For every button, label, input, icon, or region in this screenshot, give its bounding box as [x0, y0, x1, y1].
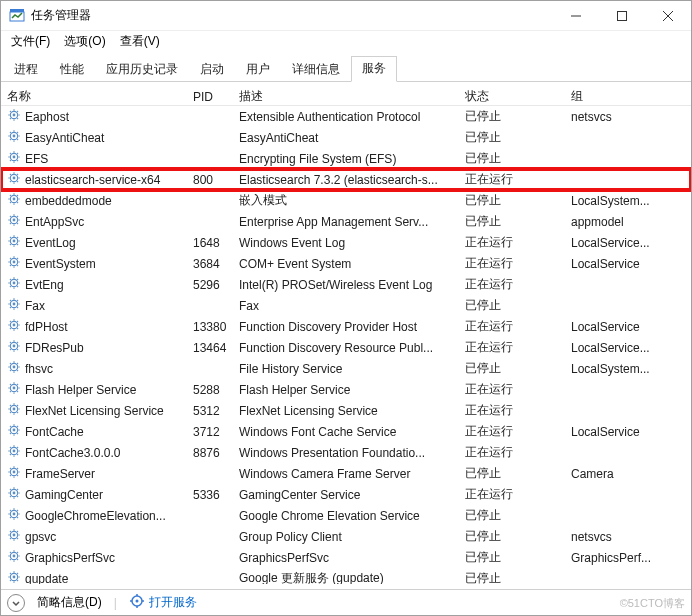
cell-desc: Intel(R) PROSet/Wireless Event Log — [233, 278, 459, 292]
cell-group: netsvcs — [565, 110, 669, 124]
service-row[interactable]: embeddedmode嵌入模式已停止LocalSystem... — [1, 190, 691, 211]
gear-icon — [7, 234, 21, 251]
service-row[interactable]: EventSystem3684COM+ Event System正在运行Loca… — [1, 253, 691, 274]
cell-desc: Elasticsearch 7.3.2 (elasticsearch-s... — [233, 173, 459, 187]
svg-line-134 — [17, 363, 18, 364]
col-header-name[interactable]: 名称 — [1, 88, 187, 105]
svg-line-234 — [17, 573, 18, 574]
service-row[interactable]: EaphostExtensible Authentication Protoco… — [1, 106, 691, 127]
cell-desc: Enterprise App Management Serv... — [233, 215, 459, 229]
service-row[interactable]: fdPHost13380Function Discovery Provider … — [1, 316, 691, 337]
service-row[interactable]: EventLog1648Windows Event Log正在运行LocalSe… — [1, 232, 691, 253]
cell-desc: Fax — [233, 299, 459, 313]
gear-icon — [7, 318, 21, 335]
minimize-button[interactable] — [553, 1, 599, 31]
svg-line-94 — [17, 279, 18, 280]
col-header-group[interactable]: 组 — [565, 88, 669, 105]
open-services-label: 打开服务 — [149, 594, 197, 611]
menu-view[interactable]: 查看(V) — [114, 32, 166, 51]
service-row[interactable]: fhsvcFile History Service已停止LocalSystem.… — [1, 358, 691, 379]
svg-line-63 — [17, 223, 18, 224]
service-row[interactable]: gpsvcGroup Policy Client已停止netsvcs — [1, 526, 691, 547]
svg-line-55 — [10, 202, 11, 203]
cell-status: 已停止 — [459, 150, 565, 167]
service-name: FlexNet Licensing Service — [25, 404, 164, 418]
gear-icon — [7, 423, 21, 440]
service-row[interactable]: FontCache3.0.0.08876Windows Presentation… — [1, 442, 691, 463]
service-name: GraphicsPerfSvc — [25, 551, 115, 565]
cell-group: LocalSystem... — [565, 194, 669, 208]
cell-desc: Windows Event Log — [233, 236, 459, 250]
col-header-pid[interactable]: PID — [187, 90, 233, 104]
gear-icon — [7, 381, 21, 398]
service-name: Fax — [25, 299, 45, 313]
cell-name: fdPHost — [1, 318, 187, 335]
cell-group: netsvcs — [565, 530, 669, 544]
service-row[interactable]: EntAppSvcEnterprise App Management Serv.… — [1, 211, 691, 232]
tab-services[interactable]: 服务 — [351, 56, 397, 82]
cell-status: 已停止 — [459, 213, 565, 230]
fewer-details-toggle[interactable] — [7, 594, 25, 612]
service-row[interactable]: FaxFax已停止 — [1, 295, 691, 316]
tab-startup[interactable]: 启动 — [189, 57, 235, 82]
svg-line-73 — [17, 244, 18, 245]
menu-options[interactable]: 选项(O) — [58, 32, 111, 51]
tab-processes[interactable]: 进程 — [3, 57, 49, 82]
service-row[interactable]: EFSEncrypting File System (EFS)已停止 — [1, 148, 691, 169]
service-name: FrameServer — [25, 467, 95, 481]
cell-pid: 8876 — [187, 446, 233, 460]
maximize-button[interactable] — [599, 1, 645, 31]
svg-line-125 — [10, 349, 11, 350]
svg-point-157 — [13, 429, 16, 432]
gear-icon — [7, 171, 21, 188]
tab-users[interactable]: 用户 — [235, 57, 281, 82]
tab-apphistory[interactable]: 应用历史记录 — [95, 57, 189, 82]
svg-line-195 — [10, 496, 11, 497]
svg-line-25 — [10, 139, 11, 140]
cell-status: 正在运行 — [459, 255, 565, 272]
col-header-desc[interactable]: 描述 — [233, 88, 459, 105]
svg-line-74 — [17, 237, 18, 238]
service-row[interactable]: FontCache3712Windows Font Cache Service正… — [1, 421, 691, 442]
open-services-link[interactable]: 打开服务 — [129, 593, 197, 612]
service-row[interactable]: gupdateGoogle 更新服务 (gupdate)已停止 — [1, 568, 691, 584]
col-header-status[interactable]: 状态 — [459, 88, 565, 105]
service-table[interactable]: EaphostExtensible Authentication Protoco… — [1, 106, 691, 584]
cell-status: 正在运行 — [459, 171, 565, 188]
svg-line-173 — [17, 454, 18, 455]
svg-line-215 — [10, 538, 11, 539]
service-row[interactable]: EvtEng5296Intel(R) PROSet/Wireless Event… — [1, 274, 691, 295]
service-row[interactable]: FlexNet Licensing Service5312FlexNet Lic… — [1, 400, 691, 421]
gear-icon — [7, 339, 21, 356]
gear-icon — [7, 192, 21, 209]
close-button[interactable] — [645, 1, 691, 31]
cell-status: 已停止 — [459, 192, 565, 209]
cell-name: FlexNet Licensing Service — [1, 402, 187, 419]
service-row[interactable]: FDResPub13464Function Discovery Resource… — [1, 337, 691, 358]
tab-details[interactable]: 详细信息 — [281, 57, 351, 82]
svg-point-167 — [13, 450, 16, 453]
svg-line-52 — [10, 195, 11, 196]
service-row[interactable]: GamingCenter5336GamingCenter Service正在运行 — [1, 484, 691, 505]
svg-line-102 — [10, 300, 11, 301]
svg-line-82 — [10, 258, 11, 259]
service-row[interactable]: EasyAntiCheatEasyAntiCheat已停止 — [1, 127, 691, 148]
tab-performance[interactable]: 性能 — [49, 57, 95, 82]
cell-name: EventSystem — [1, 255, 187, 272]
column-headers: 名称 PID 描述 状态 组 — [1, 82, 691, 106]
service-row[interactable]: Flash Helper Service5288Flash Helper Ser… — [1, 379, 691, 400]
svg-line-42 — [10, 174, 11, 175]
menu-file[interactable]: 文件(F) — [5, 32, 56, 51]
service-row[interactable]: GraphicsPerfSvcGraphicsPerfSvc已停止Graphic… — [1, 547, 691, 568]
cell-status: 正在运行 — [459, 444, 565, 461]
service-row[interactable]: GoogleChromeElevation...Google Chrome El… — [1, 505, 691, 526]
svg-point-187 — [13, 492, 16, 495]
cell-name: GamingCenter — [1, 486, 187, 503]
svg-line-64 — [17, 216, 18, 217]
service-row[interactable]: FrameServerWindows Camera Frame Server已停… — [1, 463, 691, 484]
service-row[interactable]: elasticsearch-service-x64800Elasticsearc… — [1, 169, 691, 190]
service-name: fdPHost — [25, 320, 68, 334]
svg-line-24 — [17, 132, 18, 133]
service-name: EasyAntiCheat — [25, 131, 104, 145]
svg-point-77 — [13, 261, 16, 264]
